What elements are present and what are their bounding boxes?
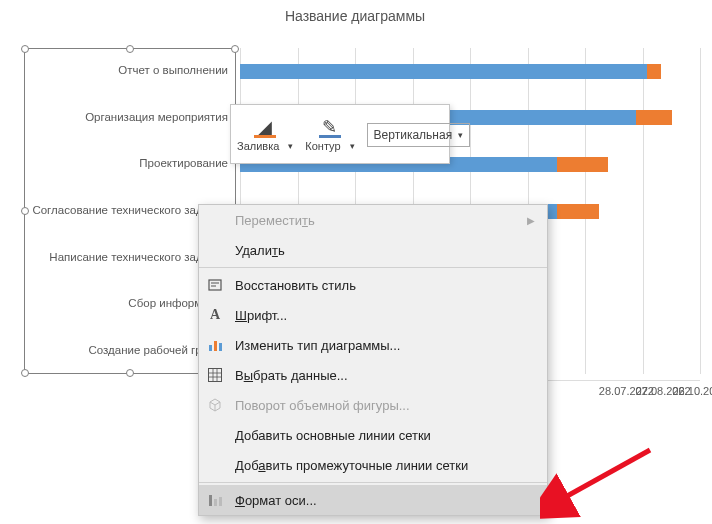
chevron-down-icon: ▾ xyxy=(458,130,463,140)
annotation-arrow xyxy=(540,445,660,524)
grid-icon xyxy=(205,365,225,385)
svg-rect-0 xyxy=(209,280,221,290)
svg-rect-2 xyxy=(214,341,217,351)
outline-label: Контур xyxy=(305,140,340,152)
paint-bucket-icon: ◢ xyxy=(254,118,276,138)
menu-item-label: Переместить xyxy=(235,213,517,228)
category-axis-label[interactable]: Проектирование xyxy=(24,157,236,171)
menu-item-label: Изменить тип диаграммы... xyxy=(235,338,535,353)
gridline xyxy=(700,48,701,374)
menu-item[interactable]: Добавить основные линии сетки xyxy=(199,420,547,450)
cube-icon xyxy=(205,395,225,415)
menu-item: Переместить▶ xyxy=(199,205,547,235)
menu-item[interactable]: Удалить xyxy=(199,235,547,265)
blank-icon xyxy=(205,240,225,260)
menu-item-label: Добавить промежуточные линии сетки xyxy=(235,458,535,473)
menu-item-label: Шрифт... xyxy=(235,308,535,323)
menu-separator xyxy=(199,482,547,483)
menu-item[interactable]: Восстановить стиль xyxy=(199,270,547,300)
svg-rect-6 xyxy=(214,499,217,506)
chart-title: Название диаграммы xyxy=(20,4,690,34)
fill-label: Заливка xyxy=(237,140,279,152)
pen-icon: ✎ xyxy=(319,118,341,138)
A-icon: A xyxy=(205,305,225,325)
menu-item-label: Выбрать данные... xyxy=(235,368,535,383)
axis-icon xyxy=(205,490,225,510)
menu-item: Поворот объемной фигуры... xyxy=(199,390,547,420)
mini-format-toolbar: ◢ Заливка ▾ ✎ Контур ▾ Вертикальная ▾ xyxy=(230,104,450,164)
context-menu: Переместить▶УдалитьВосстановить стильAШр… xyxy=(198,204,548,516)
menu-item[interactable]: Формат оси... xyxy=(199,485,547,515)
menu-item-label: Поворот объемной фигуры... xyxy=(235,398,535,413)
outline-button[interactable]: ✎ Контур ▾ xyxy=(299,105,360,163)
blank-icon xyxy=(205,455,225,475)
bar-segment-series2[interactable] xyxy=(557,204,598,219)
blank-icon xyxy=(205,425,225,445)
menu-separator xyxy=(199,267,547,268)
bar-segment-series1[interactable] xyxy=(240,64,647,79)
menu-item-label: Формат оси... xyxy=(235,493,535,508)
svg-rect-1 xyxy=(209,345,212,351)
reset-icon xyxy=(205,275,225,295)
bar-segment-series2[interactable] xyxy=(636,110,673,125)
category-axis-label[interactable]: Отчет о выполнении xyxy=(24,64,236,78)
svg-rect-4 xyxy=(209,369,222,382)
blank-icon xyxy=(205,210,225,230)
menu-item[interactable]: AШрифт... xyxy=(199,300,547,330)
x-axis-tick: 26.10.2022 xyxy=(672,385,712,397)
menu-item[interactable]: Выбрать данные... xyxy=(199,360,547,390)
chevron-down-icon: ▾ xyxy=(288,141,293,151)
chart-icon xyxy=(205,335,225,355)
fill-button[interactable]: ◢ Заливка ▾ xyxy=(231,105,299,163)
category-axis-label[interactable]: Организация мероприятия xyxy=(24,111,236,125)
menu-item-label: Восстановить стиль xyxy=(235,278,535,293)
menu-item[interactable]: Изменить тип диаграммы... xyxy=(199,330,547,360)
axis-type-value: Вертикальная xyxy=(374,128,453,142)
bar-segment-series2[interactable] xyxy=(647,64,661,79)
svg-rect-5 xyxy=(209,495,212,506)
chevron-down-icon: ▾ xyxy=(350,141,355,151)
menu-item-label: Добавить основные линии сетки xyxy=(235,428,535,443)
svg-rect-3 xyxy=(219,343,222,351)
bar-segment-series2[interactable] xyxy=(557,157,608,172)
svg-line-8 xyxy=(560,450,650,500)
submenu-arrow-icon: ▶ xyxy=(527,215,535,226)
menu-item-label: Удалить xyxy=(235,243,535,258)
menu-item[interactable]: Добавить промежуточные линии сетки xyxy=(199,450,547,480)
axis-type-dropdown[interactable]: Вертикальная ▾ xyxy=(367,123,471,147)
svg-rect-7 xyxy=(219,497,222,506)
gridline xyxy=(643,48,644,374)
